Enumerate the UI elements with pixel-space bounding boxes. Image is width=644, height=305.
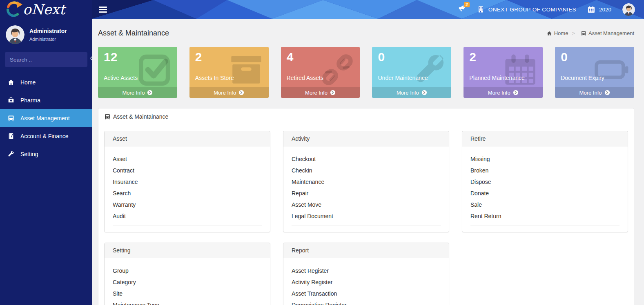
sidebar-search: [5, 52, 87, 67]
stat-card: 0 Document Expiry More Info: [555, 47, 634, 98]
menu-card-title: Retire: [462, 131, 628, 146]
more-info-label: More Info: [214, 90, 236, 96]
menu-card-item[interactable]: Warranty: [113, 199, 262, 210]
year-selector[interactable]: 2020: [587, 5, 611, 13]
sidebar-user-avatar: [6, 25, 25, 44]
breadcrumb: Home Asset Management: [546, 30, 634, 36]
menu-card-item[interactable]: Maintenance Type: [113, 299, 262, 305]
sidebar-menu: Home Pharma Asset Management Account & F…: [0, 73, 92, 163]
stat-card: 2 Planned Maintenance More Info: [464, 47, 543, 98]
menu-card-item[interactable]: Rent Return: [470, 210, 619, 222]
bus-icon: [581, 31, 586, 36]
menu-card-title: Asset: [105, 131, 270, 146]
arrow-circle-right-icon: [147, 90, 153, 95]
stat-card: 0 Under Maintenance More Info: [372, 47, 451, 98]
box-icon: [227, 51, 265, 89]
menu-card-item[interactable]: Depreciation Register: [292, 299, 441, 305]
menu-card: Setting GroupCategorySiteMaintenance Typ…: [104, 243, 270, 305]
menu-card-item[interactable]: Asset Move: [292, 199, 441, 210]
bus-icon: [7, 115, 15, 122]
breadcrumb-item[interactable]: Home: [546, 30, 568, 36]
battery-icon: [593, 51, 631, 89]
logo-text: oNext: [23, 1, 67, 18]
menu-card-item[interactable]: Maintenance: [292, 176, 441, 188]
menu-card: Retire MissingBrokenDisposeDonateSaleRen…: [462, 131, 628, 232]
sidebar-user-panel: Administrator Administrator: [0, 19, 92, 49]
more-info-label: More Info: [397, 90, 419, 96]
navbar: 2 ONEXT GROUP OF COMPANIES 2020: [92, 0, 644, 19]
search-input[interactable]: [5, 57, 87, 63]
menu-card-item[interactable]: Checkout: [292, 153, 441, 165]
menu-card-item[interactable]: Search: [113, 188, 262, 199]
sidebar-menu-item[interactable]: Setting: [0, 145, 92, 163]
menu-card-item[interactable]: Asset: [113, 153, 262, 165]
navbar-user-avatar[interactable]: [622, 3, 635, 16]
more-info-label: More Info: [579, 90, 602, 96]
more-info-label: More Info: [122, 90, 145, 96]
arrow-circle-right-icon: [330, 90, 336, 95]
menu-card-item[interactable]: Audit: [113, 210, 262, 222]
breadcrumb-label: Home: [554, 30, 568, 36]
arrow-circle-right-icon: [238, 90, 244, 95]
sidebar-menu-item[interactable]: Home: [0, 73, 92, 91]
year-label: 2020: [599, 7, 611, 13]
arrow-circle-right-icon: [604, 90, 610, 95]
menu-card-item[interactable]: Contract: [113, 165, 262, 176]
divider: [470, 225, 619, 225]
divider: [113, 225, 262, 225]
brand-logo[interactable]: oNext: [0, 0, 92, 19]
menu-card-item[interactable]: Activity Register: [292, 276, 441, 288]
more-info-label: More Info: [305, 90, 328, 96]
calendar-icon: [587, 5, 595, 13]
sidebar-menu-item[interactable]: Pharma: [0, 91, 92, 109]
sidebar-menu-item[interactable]: Asset Management: [0, 109, 92, 127]
breadcrumb-item[interactable]: Asset Management: [568, 30, 634, 36]
panel-title: Asset & Maintainance: [113, 113, 168, 120]
company-selector[interactable]: ONEXT GROUP OF COMPANIES: [477, 5, 576, 13]
menu-card-item[interactable]: Asset Register: [292, 265, 441, 276]
arrow-circle-right-icon: [421, 90, 427, 95]
stat-label: Retired Assets: [287, 75, 354, 81]
menu-card-item[interactable]: Insurance: [113, 176, 262, 188]
notifications-button[interactable]: 2: [457, 4, 466, 14]
wrench-icon: [410, 51, 448, 89]
menu-card-item[interactable]: Checkin: [292, 165, 441, 176]
menu-card-item[interactable]: Site: [113, 288, 262, 299]
asset-maintenance-panel: Asset & Maintainance Asset AssetContract…: [98, 108, 634, 305]
breadcrumb-label: Asset Management: [588, 30, 634, 36]
building-icon: [477, 5, 485, 13]
menu-card-item[interactable]: Sale: [470, 199, 619, 210]
menu-card-item[interactable]: Missing: [470, 153, 619, 165]
menu-card-item[interactable]: Group: [113, 265, 262, 276]
sidebar-item-label: Setting: [20, 151, 38, 157]
main-content: Asset & Maintainance Home Asset Manageme…: [92, 19, 644, 305]
notification-badge: 2: [464, 2, 470, 7]
menu-card-item[interactable]: Broken: [470, 165, 619, 176]
calendar-icon: [501, 51, 539, 89]
stat-label: Active Assets: [104, 75, 172, 81]
menu-card-item[interactable]: Asset Transaction: [292, 288, 441, 299]
broken-link-icon: [318, 51, 357, 89]
sidebar-item-label: Account & Finance: [20, 133, 69, 139]
divider: [292, 225, 441, 225]
sidebar-menu-item[interactable]: Account & Finance: [0, 127, 92, 145]
menu-card-item[interactable]: Legal Document: [292, 210, 441, 222]
stat-card: 2 Assets In Store More Info: [189, 47, 269, 98]
user-name: Administrator: [29, 28, 67, 34]
pharma-icon: [7, 97, 15, 104]
onext-logo-graphic: oNext: [4, 1, 74, 18]
menu-card-item[interactable]: Dispose: [470, 176, 619, 188]
company-name: ONEXT GROUP OF COMPANIES: [488, 7, 576, 13]
menu-card-title: Activity: [283, 131, 449, 146]
menu-card: Asset AssetContractInsuranceSearchWarran…: [104, 131, 270, 232]
page-title: Asset & Maintainance: [98, 29, 169, 38]
menu-card-item[interactable]: Category: [113, 276, 262, 288]
finance-icon: [7, 133, 15, 140]
hamburger-menu-icon[interactable]: [99, 7, 107, 13]
arrow-circle-right-icon: [513, 90, 519, 95]
sidebar-item-label: Home: [20, 79, 36, 86]
menu-card-item[interactable]: Repair: [292, 188, 441, 199]
bus-icon: [104, 113, 111, 120]
home-icon: [7, 79, 15, 86]
menu-card-item[interactable]: Donate: [470, 188, 619, 199]
